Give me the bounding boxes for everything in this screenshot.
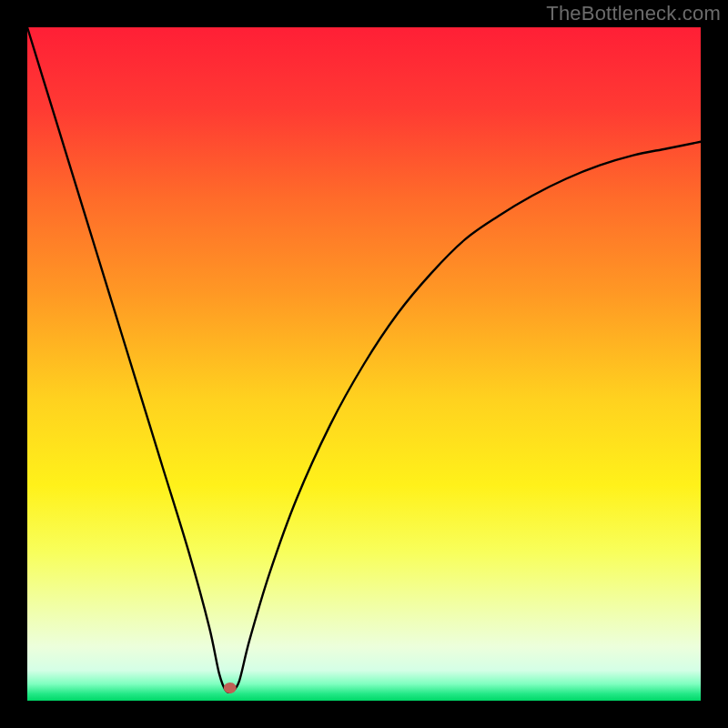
stage: TheBottleneck.com: [0, 0, 728, 728]
bottleneck-chart: [0, 0, 728, 728]
watermark-text: TheBottleneck.com: [546, 2, 721, 25]
optimal-point-marker: [224, 682, 237, 693]
